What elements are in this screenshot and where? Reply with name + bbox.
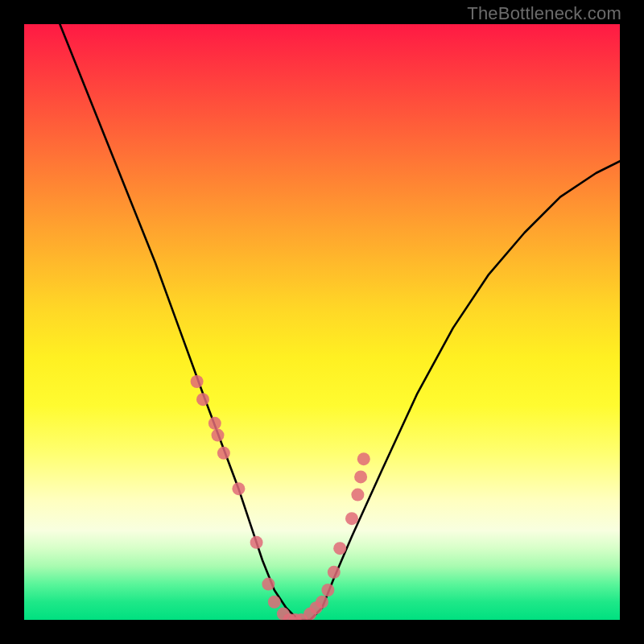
curve-layer bbox=[60, 24, 620, 620]
chart-frame: TheBottleneck.com bbox=[0, 0, 644, 644]
curve-marker bbox=[196, 393, 209, 406]
watermark-text: TheBottleneck.com bbox=[467, 3, 621, 24]
plot-area bbox=[24, 24, 620, 620]
curve-marker bbox=[232, 482, 245, 495]
curve-marker bbox=[357, 452, 370, 465]
chart-svg bbox=[24, 24, 620, 620]
curve-marker bbox=[345, 512, 358, 525]
curve-marker bbox=[250, 536, 263, 549]
curve-marker bbox=[217, 447, 230, 460]
curve-marker bbox=[262, 578, 275, 591]
curve-marker bbox=[321, 584, 334, 597]
marker-layer bbox=[191, 375, 370, 620]
bottleneck-curve bbox=[60, 24, 620, 620]
curve-marker bbox=[268, 596, 281, 609]
curve-marker bbox=[316, 596, 328, 609]
curve-marker bbox=[208, 417, 221, 430]
curve-marker bbox=[212, 429, 225, 442]
curve-marker bbox=[328, 566, 341, 579]
curve-marker bbox=[351, 489, 364, 502]
curve-marker bbox=[191, 375, 204, 388]
curve-marker bbox=[354, 470, 367, 483]
curve-marker bbox=[333, 542, 346, 555]
